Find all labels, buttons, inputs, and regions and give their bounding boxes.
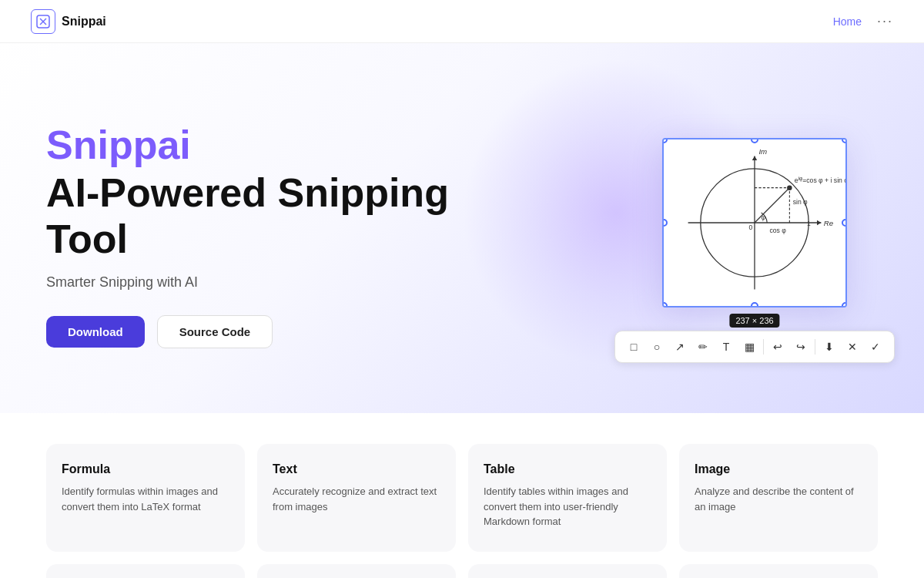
hero-title-line2: Tool xyxy=(46,217,128,261)
toolbar-separator xyxy=(763,339,764,355)
brand-logo[interactable]: Snippai xyxy=(31,9,106,34)
hero-buttons: Download Source Code xyxy=(46,315,449,348)
tool-arrow[interactable]: ↗ xyxy=(669,336,691,358)
feature-card-code[interactable]: Code xyxy=(257,564,456,578)
tool-rectangle[interactable]: □ xyxy=(623,336,644,358)
feature-card-text[interactable]: Text Accurately recognize and extract te… xyxy=(257,444,456,552)
svg-text:sin φ: sin φ xyxy=(793,198,808,206)
hero-title-main: AI-Powered Snipping Tool xyxy=(46,170,449,263)
feature-formula-title: Formula xyxy=(62,462,229,476)
dimension-badge: 237 × 236 xyxy=(729,314,779,328)
features-row2: Solve Code Color And More... xyxy=(46,564,878,578)
svg-text:1: 1 xyxy=(807,220,811,227)
svg-text:Re: Re xyxy=(824,219,834,227)
corner-bm[interactable] xyxy=(751,302,758,307)
svg-text:0: 0 xyxy=(748,223,752,231)
feature-table-title: Table xyxy=(484,462,651,476)
snip-toolbar: □ ○ ↗ ✏ T ▦ ↩ ↪ ⬇ ✕ ✓ xyxy=(614,331,895,363)
navbar: Snippai Home ··· xyxy=(0,0,924,43)
snip-preview: Im Re sin φ cos φ φ 0 1 eiφ=cos φ + i si… xyxy=(662,138,847,307)
corner-tr[interactable] xyxy=(842,138,847,143)
corner-br[interactable] xyxy=(842,302,847,307)
corner-mr[interactable] xyxy=(842,219,847,227)
feature-text-title: Text xyxy=(273,462,440,476)
tool-cancel[interactable]: ✕ xyxy=(842,336,863,358)
navbar-right: Home ··· xyxy=(833,13,893,29)
feature-text-desc: Accurately recognize and extract text fr… xyxy=(273,484,440,514)
feature-card-image[interactable]: Image Analyze and describe the content o… xyxy=(679,444,878,552)
tool-circle[interactable]: ○ xyxy=(646,336,668,358)
formula-image: Im Re sin φ cos φ φ 0 1 eiφ=cos φ + i si… xyxy=(664,139,845,306)
tool-mosaic[interactable]: ▦ xyxy=(738,336,760,358)
feature-table-desc: Identify tables within images and conver… xyxy=(484,484,651,529)
corner-bl[interactable] xyxy=(662,302,668,307)
toolbar-separator-2 xyxy=(815,339,815,355)
feature-card-color[interactable]: Color xyxy=(468,564,667,578)
logo-icon xyxy=(31,9,55,34)
svg-text:cos φ: cos φ xyxy=(769,227,786,234)
hero-title-colored: Snippai xyxy=(46,123,449,167)
feature-image-title: Image xyxy=(695,462,862,476)
tool-confirm[interactable]: ✓ xyxy=(865,336,886,358)
svg-text:eiφ=cos φ + i sin φ: eiφ=cos φ + i sin φ xyxy=(795,176,845,184)
feature-card-solve[interactable]: Solve xyxy=(46,564,245,578)
feature-image-desc: Analyze and describe the content of an i… xyxy=(695,484,862,514)
feature-card-more[interactable]: And More... xyxy=(679,564,878,578)
svg-text:Im: Im xyxy=(758,147,767,156)
home-link[interactable]: Home xyxy=(833,15,862,28)
features-section: Formula Identify formulas within images … xyxy=(0,413,924,578)
source-code-button[interactable]: Source Code xyxy=(157,315,273,348)
hero-content: Snippai AI-Powered Snipping Tool Smarter… xyxy=(46,123,449,349)
features-grid: Formula Identify formulas within images … xyxy=(46,444,878,552)
feature-card-formula[interactable]: Formula Identify formulas within images … xyxy=(46,444,245,552)
hero-subtitle: Smarter Snipping with AI xyxy=(46,274,449,291)
download-button[interactable]: Download xyxy=(46,316,145,348)
more-menu-icon[interactable]: ··· xyxy=(877,13,893,29)
tool-pen[interactable]: ✏ xyxy=(692,336,714,358)
brand-name: Snippai xyxy=(62,15,106,29)
tool-redo[interactable]: ↪ xyxy=(790,336,812,358)
feature-card-table[interactable]: Table Identify tables within images and … xyxy=(468,444,667,552)
hero-title-line1: AI-Powered Snipping xyxy=(46,170,449,215)
tool-undo[interactable]: ↩ xyxy=(767,336,788,358)
hero-screenshot: Im Re sin φ cos φ φ 0 1 eiφ=cos φ + i si… xyxy=(662,138,847,311)
tool-download[interactable]: ⬇ xyxy=(819,336,840,358)
tool-text[interactable]: T xyxy=(715,336,737,358)
hero-section: Snippai AI-Powered Snipping Tool Smarter… xyxy=(0,43,924,413)
feature-formula-desc: Identify formulas within images and conv… xyxy=(62,484,229,514)
